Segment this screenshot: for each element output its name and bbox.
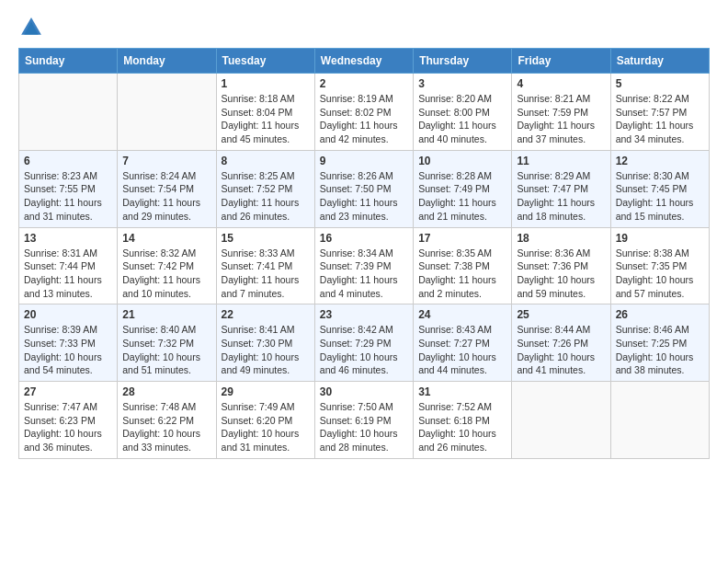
calendar-cell: 19Sunrise: 8:38 AM Sunset: 7:35 PM Dayli… xyxy=(610,227,709,304)
day-number: 15 xyxy=(222,232,310,245)
day-number: 24 xyxy=(418,308,506,321)
week-row-4: 20Sunrise: 8:39 AM Sunset: 7:33 PM Dayli… xyxy=(19,304,710,382)
day-header-monday: Monday xyxy=(118,49,216,74)
day-number: 6 xyxy=(24,155,112,167)
page-header xyxy=(18,15,710,40)
calendar-cell: 7Sunrise: 8:24 AM Sunset: 7:54 PM Daylig… xyxy=(118,150,216,227)
day-info: Sunrise: 8:42 AM Sunset: 7:29 PM Dayligh… xyxy=(320,323,408,377)
day-number: 19 xyxy=(616,232,704,245)
day-info: Sunrise: 7:49 AM Sunset: 6:20 PM Dayligh… xyxy=(222,400,310,454)
day-number: 1 xyxy=(222,77,310,90)
day-number: 20 xyxy=(24,308,112,321)
calendar-cell: 15Sunrise: 8:33 AM Sunset: 7:41 PM Dayli… xyxy=(216,227,314,304)
day-number: 8 xyxy=(222,155,310,167)
day-number: 7 xyxy=(122,155,210,167)
day-number: 11 xyxy=(517,155,605,167)
calendar-cell: 24Sunrise: 8:43 AM Sunset: 7:27 PM Dayli… xyxy=(414,304,512,382)
day-number: 22 xyxy=(222,308,310,321)
logo xyxy=(18,15,48,40)
calendar-cell: 17Sunrise: 8:35 AM Sunset: 7:38 PM Dayli… xyxy=(414,227,512,304)
day-number: 4 xyxy=(517,77,605,90)
day-info: Sunrise: 8:43 AM Sunset: 7:27 PM Dayligh… xyxy=(418,323,506,377)
day-info: Sunrise: 8:30 AM Sunset: 7:45 PM Dayligh… xyxy=(616,169,704,224)
calendar-cell: 23Sunrise: 8:42 AM Sunset: 7:29 PM Dayli… xyxy=(314,304,413,382)
day-info: Sunrise: 8:26 AM Sunset: 7:50 PM Dayligh… xyxy=(320,169,408,224)
calendar-cell xyxy=(19,74,118,151)
day-number: 28 xyxy=(122,385,210,398)
day-info: Sunrise: 8:44 AM Sunset: 7:26 PM Dayligh… xyxy=(517,323,605,377)
day-info: Sunrise: 7:48 AM Sunset: 6:22 PM Dayligh… xyxy=(122,400,210,454)
week-row-2: 6Sunrise: 8:23 AM Sunset: 7:55 PM Daylig… xyxy=(19,150,710,227)
calendar-cell: 21Sunrise: 8:40 AM Sunset: 7:32 PM Dayli… xyxy=(118,304,216,382)
day-number: 31 xyxy=(418,385,506,398)
calendar-header-row: SundayMondayTuesdayWednesdayThursdayFrid… xyxy=(19,49,710,74)
calendar-cell: 3Sunrise: 8:20 AM Sunset: 8:00 PM Daylig… xyxy=(414,74,512,151)
calendar-cell: 20Sunrise: 8:39 AM Sunset: 7:33 PM Dayli… xyxy=(19,304,118,382)
calendar-cell: 5Sunrise: 8:22 AM Sunset: 7:57 PM Daylig… xyxy=(610,74,709,151)
calendar-cell: 10Sunrise: 8:28 AM Sunset: 7:49 PM Dayli… xyxy=(414,150,512,227)
day-info: Sunrise: 8:41 AM Sunset: 7:30 PM Dayligh… xyxy=(222,323,310,377)
calendar-table: SundayMondayTuesdayWednesdayThursdayFrid… xyxy=(18,48,710,459)
calendar-cell: 14Sunrise: 8:32 AM Sunset: 7:42 PM Dayli… xyxy=(118,227,216,304)
day-info: Sunrise: 8:34 AM Sunset: 7:39 PM Dayligh… xyxy=(320,247,408,301)
day-info: Sunrise: 8:20 AM Sunset: 8:00 PM Dayligh… xyxy=(418,92,506,146)
day-header-wednesday: Wednesday xyxy=(314,49,413,74)
calendar-cell: 26Sunrise: 8:46 AM Sunset: 7:25 PM Dayli… xyxy=(610,304,709,382)
day-number: 17 xyxy=(418,232,506,245)
day-number: 13 xyxy=(24,232,112,245)
calendar-cell: 29Sunrise: 7:49 AM Sunset: 6:20 PM Dayli… xyxy=(216,382,314,459)
day-number: 10 xyxy=(418,155,506,167)
day-info: Sunrise: 8:28 AM Sunset: 7:49 PM Dayligh… xyxy=(418,169,506,224)
calendar-cell: 9Sunrise: 8:26 AM Sunset: 7:50 PM Daylig… xyxy=(314,150,413,227)
calendar-cell: 31Sunrise: 7:52 AM Sunset: 6:18 PM Dayli… xyxy=(414,382,512,459)
day-number: 5 xyxy=(616,77,704,90)
day-number: 27 xyxy=(24,385,112,398)
day-info: Sunrise: 8:29 AM Sunset: 7:47 PM Dayligh… xyxy=(517,169,605,224)
day-info: Sunrise: 8:23 AM Sunset: 7:55 PM Dayligh… xyxy=(24,169,112,224)
day-header-thursday: Thursday xyxy=(414,49,512,74)
calendar-cell: 28Sunrise: 7:48 AM Sunset: 6:22 PM Dayli… xyxy=(118,382,216,459)
day-number: 2 xyxy=(320,77,408,90)
day-info: Sunrise: 7:52 AM Sunset: 6:18 PM Dayligh… xyxy=(418,400,506,454)
day-info: Sunrise: 8:25 AM Sunset: 7:52 PM Dayligh… xyxy=(222,169,310,224)
day-info: Sunrise: 8:24 AM Sunset: 7:54 PM Dayligh… xyxy=(122,169,210,224)
day-number: 21 xyxy=(122,308,210,321)
day-info: Sunrise: 8:36 AM Sunset: 7:36 PM Dayligh… xyxy=(517,247,605,301)
day-number: 23 xyxy=(320,308,408,321)
day-info: Sunrise: 8:38 AM Sunset: 7:35 PM Dayligh… xyxy=(616,247,704,301)
calendar-cell: 12Sunrise: 8:30 AM Sunset: 7:45 PM Dayli… xyxy=(610,150,709,227)
day-number: 30 xyxy=(320,385,408,398)
day-header-friday: Friday xyxy=(512,49,610,74)
calendar-cell: 16Sunrise: 8:34 AM Sunset: 7:39 PM Dayli… xyxy=(314,227,413,304)
day-info: Sunrise: 8:39 AM Sunset: 7:33 PM Dayligh… xyxy=(24,323,112,377)
calendar-cell: 8Sunrise: 8:25 AM Sunset: 7:52 PM Daylig… xyxy=(216,150,314,227)
calendar-cell: 27Sunrise: 7:47 AM Sunset: 6:23 PM Dayli… xyxy=(19,382,118,459)
day-info: Sunrise: 7:47 AM Sunset: 6:23 PM Dayligh… xyxy=(24,400,112,454)
day-number: 25 xyxy=(517,308,605,321)
calendar-cell: 18Sunrise: 8:36 AM Sunset: 7:36 PM Dayli… xyxy=(512,227,610,304)
day-number: 3 xyxy=(418,77,506,90)
day-number: 16 xyxy=(320,232,408,245)
day-number: 12 xyxy=(616,155,704,167)
day-number: 26 xyxy=(616,308,704,321)
week-row-3: 13Sunrise: 8:31 AM Sunset: 7:44 PM Dayli… xyxy=(19,227,710,304)
calendar-cell xyxy=(118,74,216,151)
calendar-cell: 2Sunrise: 8:19 AM Sunset: 8:02 PM Daylig… xyxy=(314,74,413,151)
calendar-cell: 25Sunrise: 8:44 AM Sunset: 7:26 PM Dayli… xyxy=(512,304,610,382)
day-info: Sunrise: 8:33 AM Sunset: 7:41 PM Dayligh… xyxy=(222,247,310,301)
logo-icon xyxy=(18,15,44,40)
week-row-5: 27Sunrise: 7:47 AM Sunset: 6:23 PM Dayli… xyxy=(19,382,710,459)
day-header-sunday: Sunday xyxy=(19,49,118,74)
day-header-tuesday: Tuesday xyxy=(216,49,314,74)
week-row-1: 1Sunrise: 8:18 AM Sunset: 8:04 PM Daylig… xyxy=(19,74,710,151)
calendar-cell: 6Sunrise: 8:23 AM Sunset: 7:55 PM Daylig… xyxy=(19,150,118,227)
day-number: 18 xyxy=(517,232,605,245)
calendar-cell: 4Sunrise: 8:21 AM Sunset: 7:59 PM Daylig… xyxy=(512,74,610,151)
day-info: Sunrise: 8:21 AM Sunset: 7:59 PM Dayligh… xyxy=(517,92,605,146)
day-info: Sunrise: 8:32 AM Sunset: 7:42 PM Dayligh… xyxy=(122,247,210,301)
day-number: 29 xyxy=(222,385,310,398)
day-info: Sunrise: 8:31 AM Sunset: 7:44 PM Dayligh… xyxy=(24,247,112,301)
calendar-cell: 22Sunrise: 8:41 AM Sunset: 7:30 PM Dayli… xyxy=(216,304,314,382)
calendar-cell: 11Sunrise: 8:29 AM Sunset: 7:47 PM Dayli… xyxy=(512,150,610,227)
day-header-saturday: Saturday xyxy=(610,49,709,74)
